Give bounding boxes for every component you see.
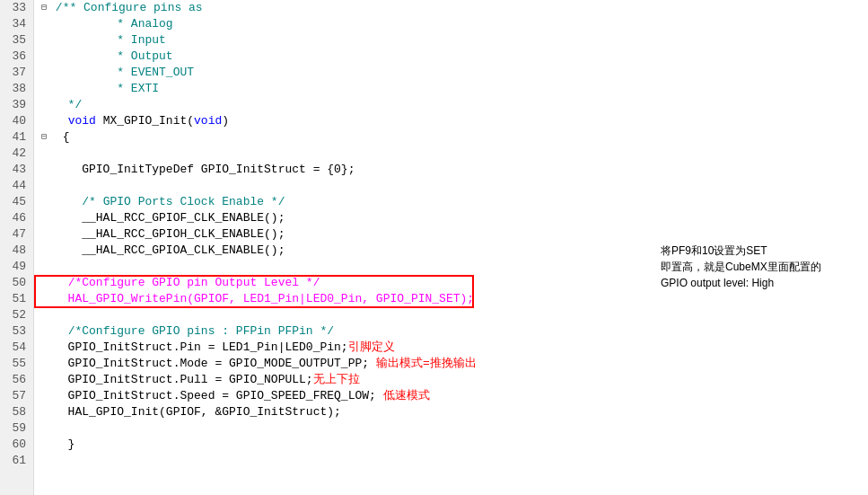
fold-placeholder [41, 437, 52, 453]
fold-placeholder [41, 81, 52, 97]
fold-placeholder [41, 323, 52, 340]
line-number: 57 [4, 388, 30, 404]
line-number: 46 [4, 210, 30, 226]
fold-placeholder [41, 420, 52, 437]
code-segment [54, 323, 68, 340]
code-segment: GPIO_InitStruct.Mode = GPIO_MODE_OUTPUT_… [54, 356, 369, 372]
code-line: ⊟ { [41, 129, 868, 146]
code-line: GPIO_InitStruct.Pin = LED1_Pin|LED0_Pin;… [41, 340, 868, 356]
code-segment: /*Configure GPIO pins : PFPin PFPin */ [68, 323, 334, 340]
code-segment: * EVENT_OUT [54, 65, 194, 81]
fold-placeholder [41, 404, 52, 420]
code-segment: /** Configure pins [48, 0, 189, 16]
code-line: GPIO_InitStruct.Mode = GPIO_MODE_OUTPUT_… [41, 356, 868, 372]
code-line: * EXTI [41, 81, 868, 97]
line-number: 42 [4, 146, 30, 162]
code-segment [54, 194, 82, 210]
fold-placeholder [41, 243, 52, 259]
code-segment: * Output [54, 49, 173, 65]
fold-placeholder [41, 16, 52, 32]
line-number: 34 [4, 16, 30, 32]
main-content: ⊟ /** Configure pins as * Analog * Input… [34, 0, 868, 495]
fold-placeholder [41, 340, 52, 356]
fold-icon[interactable]: ⊟ [41, 129, 47, 146]
code-line: /* GPIO Ports Clock Enable */ [41, 194, 868, 210]
line-number: 33 [4, 0, 30, 16]
code-segment: MX_GPIO_Init( [96, 113, 194, 129]
code-line: GPIO_InitStruct.Speed = GPIO_SPEED_FREQ_… [41, 388, 868, 404]
annotation-cubemax: 即置高，就是CubeMX里面配置的 [661, 259, 821, 275]
fold-placeholder [41, 97, 52, 113]
line-number: 50 [4, 275, 30, 291]
code-line: * Analog [41, 16, 868, 32]
line-number: 35 [4, 32, 30, 49]
line-number: 40 [4, 113, 30, 129]
line-number: 61 [4, 453, 30, 469]
line-number: 54 [4, 340, 30, 356]
fold-placeholder [41, 372, 52, 388]
code-segment: * EXTI [54, 81, 159, 97]
line-number: 55 [4, 356, 30, 372]
code-segment: 输出模式=推挽输出 [369, 356, 477, 372]
code-line [41, 146, 868, 162]
line-number: 51 [4, 291, 30, 307]
fold-placeholder [41, 388, 52, 404]
fold-icon[interactable]: ⊟ [41, 0, 47, 16]
fold-placeholder [41, 453, 52, 469]
code-segment: as [189, 0, 203, 16]
code-line [41, 420, 868, 437]
code-line: HAL_GPIO_WritePin(GPIOF, LED1_Pin|LED0_P… [41, 291, 868, 307]
code-line: GPIO_InitTypeDef GPIO_InitStruct = {0}; [41, 162, 868, 178]
fold-placeholder [41, 307, 52, 323]
code-segment: } [54, 437, 75, 453]
code-segment: __HAL_RCC_GPIOA_CLK_ENABLE(); [54, 243, 285, 259]
code-segment: 引脚定义 [348, 340, 395, 356]
line-number: 52 [4, 307, 30, 323]
code-segment: GPIO_InitTypeDef GPIO_InitStruct = {0}; [54, 162, 355, 178]
code-segment: */ [54, 97, 82, 113]
code-segment: GPIO_InitStruct.Pull = GPIO_NOPULL; [54, 372, 313, 388]
code-segment [54, 275, 68, 291]
fold-placeholder [41, 275, 52, 291]
line-number: 38 [4, 81, 30, 97]
line-number: 45 [4, 194, 30, 210]
line-number: 43 [4, 162, 30, 178]
code-line: GPIO_InitStruct.Pull = GPIO_NOPULL;无上下拉 [41, 372, 868, 388]
line-number: 47 [4, 226, 30, 243]
line-number: 37 [4, 65, 30, 81]
line-number: 41 [4, 129, 30, 146]
code-segment: GPIO_InitStruct.Speed = GPIO_SPEED_FREQ_… [54, 388, 376, 404]
code-line: __HAL_RCC_GPIOH_CLK_ENABLE(); [41, 226, 868, 243]
code-line: void MX_GPIO_Init(void) [41, 113, 868, 129]
line-number: 36 [4, 49, 30, 65]
line-number: 44 [4, 178, 30, 194]
code-segment: /*Configure GPIO pin Output Level */ [68, 275, 320, 291]
code-area: ⊟ /** Configure pins as * Analog * Input… [34, 0, 868, 469]
code-segment: 无上下拉 [313, 372, 360, 388]
code-segment: HAL_GPIO_WritePin(GPIOF, LED1_Pin|LED0_P… [54, 291, 474, 307]
fold-placeholder [41, 356, 52, 372]
annotation-set: 将PF9和10设置为SET [661, 243, 767, 259]
code-line: * Output [41, 49, 868, 65]
code-segment: 低速模式 [376, 388, 430, 404]
fold-placeholder [41, 291, 52, 307]
code-line [41, 453, 868, 469]
line-number: 53 [4, 323, 30, 340]
code-line: /*Configure GPIO pins : PFPin PFPin */ [41, 323, 868, 340]
fold-placeholder [41, 162, 52, 178]
code-segment: ) [222, 113, 229, 129]
line-number: 39 [4, 97, 30, 113]
line-number: 59 [4, 420, 30, 437]
code-segment: void [68, 113, 96, 129]
code-line: __HAL_RCC_GPIOF_CLK_ENABLE(); [41, 210, 868, 226]
fold-placeholder [41, 113, 52, 129]
code-line: * EVENT_OUT [41, 65, 868, 81]
code-segment: * Analog [54, 16, 173, 32]
code-segment: HAL_GPIO_Init(GPIOF, &GPIO_InitStruct); [54, 404, 341, 420]
fold-placeholder [41, 210, 52, 226]
fold-placeholder [41, 65, 52, 81]
line-number: 56 [4, 372, 30, 388]
code-segment: /* GPIO Ports Clock Enable */ [82, 194, 285, 210]
line-number: 49 [4, 259, 30, 275]
editor-container: 3334353637383940414243444546474849505152… [0, 0, 868, 495]
